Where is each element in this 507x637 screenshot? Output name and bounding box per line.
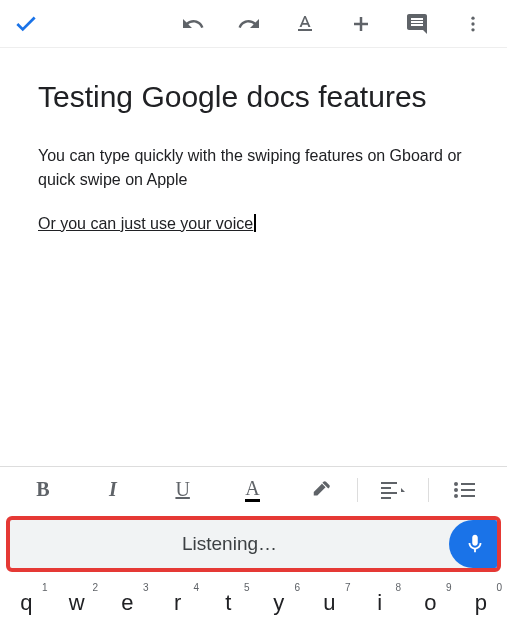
keyboard-row: 1q2w3e4r5t6y7u8i9o0p xyxy=(0,576,507,624)
comment-icon[interactable] xyxy=(403,10,431,38)
insert-icon[interactable] xyxy=(347,10,375,38)
key-number: 1 xyxy=(42,582,48,593)
top-toolbar xyxy=(0,0,507,48)
voice-input-bar[interactable]: Listening… xyxy=(6,516,501,572)
format-toolbar: B I U A xyxy=(0,466,507,512)
text-format-icon[interactable] xyxy=(291,10,319,38)
key-number: 9 xyxy=(446,582,452,593)
voice-status-text: Listening… xyxy=(10,533,449,555)
bold-button[interactable]: B xyxy=(8,467,78,512)
document-area[interactable]: Testing Google docs features You can typ… xyxy=(0,48,507,466)
key-t[interactable]: 5t xyxy=(204,582,253,624)
voice-input-container: Listening… xyxy=(0,512,507,576)
undo-icon[interactable] xyxy=(179,10,207,38)
text-color-button[interactable]: A xyxy=(218,467,288,512)
align-button[interactable] xyxy=(358,467,428,512)
highlight-button[interactable] xyxy=(287,467,357,512)
key-number: 3 xyxy=(143,582,149,593)
svg-point-10 xyxy=(454,488,458,492)
svg-point-2 xyxy=(471,16,474,19)
underline-button[interactable]: U xyxy=(148,467,218,512)
svg-rect-13 xyxy=(461,489,475,491)
key-i[interactable]: 8i xyxy=(356,582,405,624)
svg-rect-6 xyxy=(381,487,391,489)
svg-rect-14 xyxy=(461,495,475,497)
key-letter: p xyxy=(475,590,487,616)
svg-rect-12 xyxy=(461,483,475,485)
key-letter: t xyxy=(225,590,231,616)
done-check-icon[interactable] xyxy=(12,10,40,38)
key-number: 4 xyxy=(193,582,199,593)
key-r[interactable]: 4r xyxy=(154,582,203,624)
text-cursor xyxy=(254,214,256,232)
svg-rect-7 xyxy=(381,492,397,494)
italic-button[interactable]: I xyxy=(78,467,148,512)
svg-rect-8 xyxy=(381,497,391,499)
document-title[interactable]: Testing Google docs features xyxy=(38,78,469,116)
redo-icon[interactable] xyxy=(235,10,263,38)
document-underlined-text[interactable]: Or you can just use your voice xyxy=(38,215,253,232)
key-letter: y xyxy=(273,590,284,616)
key-letter: w xyxy=(69,590,85,616)
svg-point-11 xyxy=(454,494,458,498)
key-number: 2 xyxy=(92,582,98,593)
key-p[interactable]: 0p xyxy=(457,582,506,624)
key-number: 8 xyxy=(395,582,401,593)
microphone-icon xyxy=(464,533,486,555)
key-e[interactable]: 3e xyxy=(103,582,152,624)
svg-point-3 xyxy=(471,22,474,25)
key-number: 7 xyxy=(345,582,351,593)
key-number: 0 xyxy=(496,582,502,593)
document-paragraph[interactable]: You can type quickly with the swiping fe… xyxy=(38,144,469,192)
key-number: 6 xyxy=(294,582,300,593)
microphone-button[interactable] xyxy=(449,520,501,568)
key-letter: i xyxy=(377,590,382,616)
key-o[interactable]: 9o xyxy=(406,582,455,624)
key-q[interactable]: 1q xyxy=(2,582,51,624)
list-button[interactable] xyxy=(429,467,499,512)
more-icon[interactable] xyxy=(459,10,487,38)
key-letter: u xyxy=(323,590,335,616)
key-w[interactable]: 2w xyxy=(53,582,102,624)
key-u[interactable]: 7u xyxy=(305,582,354,624)
svg-point-9 xyxy=(454,482,458,486)
key-letter: e xyxy=(121,590,133,616)
key-letter: o xyxy=(424,590,436,616)
svg-point-4 xyxy=(471,28,474,31)
key-number: 5 xyxy=(244,582,250,593)
key-letter: r xyxy=(174,590,181,616)
key-letter: q xyxy=(20,590,32,616)
key-y[interactable]: 6y xyxy=(255,582,304,624)
svg-rect-5 xyxy=(381,482,397,484)
